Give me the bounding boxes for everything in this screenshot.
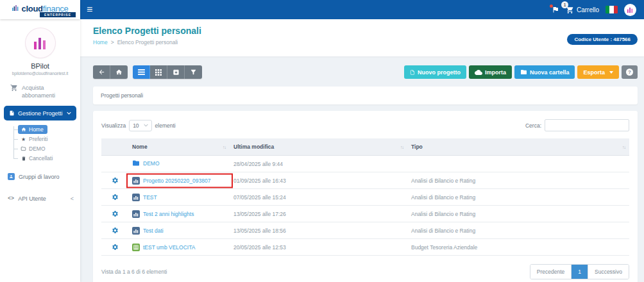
page-length-select[interactable]: 10 xyxy=(129,120,151,131)
new-project-button[interactable]: Nuovo progetto xyxy=(404,65,466,79)
pagination-next[interactable]: Successivo xyxy=(588,265,629,279)
project-type: Budget Tesoreria Aziendale xyxy=(407,244,629,251)
project-link[interactable]: Test 2 anni highlights xyxy=(132,210,194,218)
sidebar-item-home[interactable]: Home xyxy=(18,125,47,134)
sidebar-item-api-utente[interactable]: <> API Utente < xyxy=(8,195,74,202)
grid-view-button[interactable] xyxy=(150,65,167,79)
folder-icon xyxy=(132,160,140,167)
user-name: BPilot xyxy=(0,62,80,70)
app-logo[interactable]: cloudfinance ENTERPRISE xyxy=(0,0,80,19)
archive-view-button[interactable] xyxy=(167,65,185,79)
table-info: Vista da 1 a 6 di 6 elementi xyxy=(101,269,167,275)
sidebar-item-cancellati[interactable]: Cancellati xyxy=(18,154,56,163)
arrow-left-icon xyxy=(98,69,105,76)
table-header: Nome↑↓ Ultima modifica↑↓ Tipo↑↓ xyxy=(101,138,629,156)
search-label: Cerca: xyxy=(525,122,541,129)
export-button[interactable]: Esporta xyxy=(577,65,619,79)
import-button[interactable]: Importa xyxy=(469,65,512,79)
sort-icon[interactable]: ↑↓ xyxy=(400,145,403,149)
back-button[interactable] xyxy=(93,65,110,79)
sidebar-item-demo[interactable]: DEMO xyxy=(18,144,49,153)
archive-icon xyxy=(173,69,180,76)
list-view-button[interactable] xyxy=(133,65,150,79)
page-header: Elenco Progetti personali Home > Elenco … xyxy=(80,19,644,56)
project-icon xyxy=(132,210,140,218)
gear-icon[interactable] xyxy=(112,210,119,217)
notifications-flag-icon[interactable] xyxy=(552,6,559,13)
star-icon: ★ xyxy=(21,137,26,142)
user-email: bpilotdemo@cloudfinancetest.it xyxy=(0,71,80,76)
new-folder-label: Nuova cartella xyxy=(530,69,570,76)
grid-icon xyxy=(155,69,162,76)
tree-item-label: Preferiti xyxy=(29,136,47,142)
language-flag-icon[interactable] xyxy=(606,6,618,13)
sidebar-item-preferiti[interactable]: ★ Preferiti xyxy=(18,135,51,144)
user-code-badge: Codice Utente : 487566 xyxy=(567,34,638,45)
project-icon xyxy=(132,177,140,185)
logo-chart-icon xyxy=(12,4,20,12)
sidebar-item-gruppi-di-lavoro[interactable]: Gruppi di lavoro xyxy=(8,173,74,180)
pagination-previous[interactable]: Precedente xyxy=(530,265,572,279)
cart-button[interactable]: 1 Carrello xyxy=(566,6,599,14)
panel-title: Progetti personali xyxy=(93,87,638,104)
workgroups-icon xyxy=(8,173,15,180)
last-modified: 28/04/2025 alle 9:44 xyxy=(230,161,407,167)
table-controls: Visualizza 10 elementi Cerca: xyxy=(101,119,629,131)
gear-icon[interactable] xyxy=(112,227,119,234)
api-label: API Utente xyxy=(18,195,46,202)
toolbar: Nuovo progetto Importa Nuova cartella Es… xyxy=(93,65,638,79)
project-link[interactable]: TEST xyxy=(132,194,157,201)
length-label-before: Visualizza xyxy=(101,122,126,129)
sidebar-menu-gestione-progetti[interactable]: Gestione Progetti xyxy=(4,106,76,120)
gear-icon[interactable] xyxy=(112,244,119,251)
main-content: Elenco Progetti personali Home > Elenco … xyxy=(80,19,644,282)
sidebar: BPilot bpilotdemo@cloudfinancetest.it Ac… xyxy=(0,19,80,282)
project-name: Test dati xyxy=(143,228,164,234)
column-tipo[interactable]: Tipo xyxy=(411,144,423,150)
user-avatar[interactable] xyxy=(26,28,55,58)
cloud-icon xyxy=(475,69,482,75)
buy-subscriptions-label: Acquista abbonamenti xyxy=(22,84,62,99)
tree-item-label: Cancellati xyxy=(29,155,53,162)
folder-icon xyxy=(520,69,527,75)
project-link[interactable]: Test dati xyxy=(132,227,164,235)
new-folder-button[interactable]: Nuova cartella xyxy=(514,65,575,79)
pagination-page-1[interactable]: 1 xyxy=(572,265,588,279)
hamburger-menu-icon[interactable]: ≡ xyxy=(87,4,92,15)
project-link[interactable]: DEMO xyxy=(132,160,160,167)
sort-icon[interactable]: ↑↓ xyxy=(622,145,625,149)
topbar-avatar[interactable] xyxy=(624,4,636,16)
project-type: Analisi di Bilancio e Rating xyxy=(407,211,629,217)
project-name: Test 2 anni highlights xyxy=(143,211,194,217)
project-name: Progetto 20250220_093807 xyxy=(143,178,210,184)
document-icon xyxy=(9,110,15,117)
new-project-label: Nuovo progetto xyxy=(418,69,461,76)
gear-icon[interactable] xyxy=(112,177,119,184)
topbar: cloudfinance ENTERPRISE ≡ 1 Carrello xyxy=(0,0,644,19)
column-nome[interactable]: Nome xyxy=(132,144,148,150)
project-type: Analisi di Bilancio e Rating xyxy=(407,194,629,201)
home-button[interactable] xyxy=(110,65,128,79)
project-name: DEMO xyxy=(143,160,160,167)
sort-icon[interactable]: ↑↓ xyxy=(223,145,226,149)
list-icon xyxy=(138,69,145,75)
buy-subscriptions-link[interactable]: Acquista abbonamenti xyxy=(10,84,75,99)
folder-icon xyxy=(21,146,26,152)
filter-button[interactable] xyxy=(185,65,202,79)
breadcrumb-home-link[interactable]: Home xyxy=(93,39,108,46)
help-button[interactable]: ? xyxy=(622,65,638,79)
budget-icon xyxy=(132,244,140,251)
gear-icon[interactable] xyxy=(112,194,119,201)
notification-dot xyxy=(550,4,553,8)
column-ultima-modifica[interactable]: Ultima modifica xyxy=(233,144,274,150)
project-link[interactable]: tEST umb VELOCITA xyxy=(132,244,195,251)
breadcrumb: Home > Elenco Progetti personali xyxy=(93,39,644,46)
last-modified: 01/09/2025 alle 16:43 xyxy=(230,178,407,184)
page-title: Elenco Progetti personali xyxy=(93,26,644,36)
filter-icon xyxy=(190,69,197,76)
project-link[interactable]: Progetto 20250220_093807 xyxy=(132,177,210,185)
search-input[interactable] xyxy=(545,119,629,131)
chevron-left-icon[interactable]: < xyxy=(71,195,74,202)
projects-panel: Visualizza 10 elementi Cerca: Nome↑↓ Ult… xyxy=(93,111,638,282)
cart-count-badge: 1 xyxy=(561,1,568,8)
